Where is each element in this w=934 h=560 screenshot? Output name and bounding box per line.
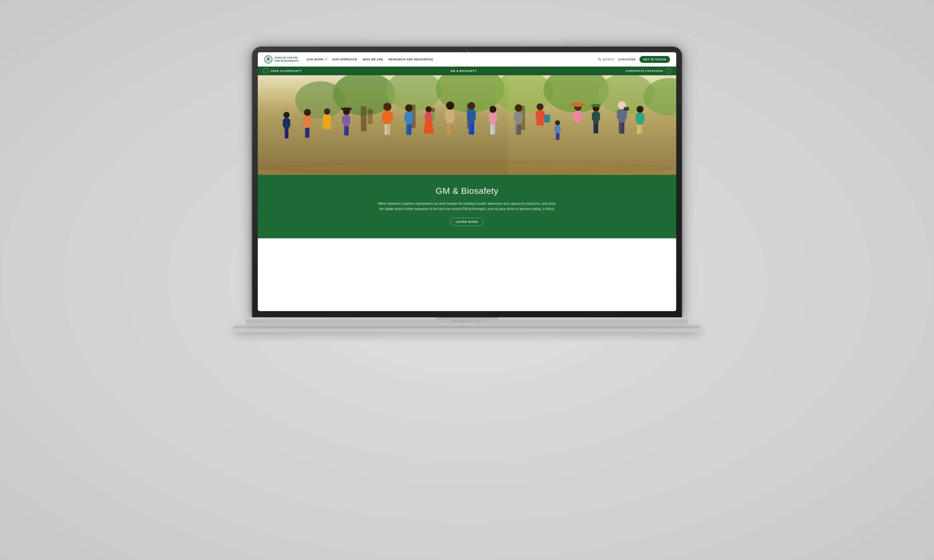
svg-rect-35 [323, 116, 325, 123]
svg-point-120 [367, 109, 373, 114]
svg-point-122 [430, 107, 435, 112]
site-logo[interactable]: AFRICAN CENTRE FOR BIODIVERSITY [264, 55, 299, 64]
svg-rect-69 [473, 111, 476, 120]
svg-rect-31 [308, 117, 311, 125]
svg-rect-47 [390, 112, 393, 121]
crowd-scene-svg [258, 75, 676, 175]
svg-rect-71 [471, 123, 474, 135]
laptop-foot [233, 326, 701, 332]
dropdown-arrow-icon: ▾ [325, 58, 327, 61]
svg-rect-63 [452, 111, 455, 120]
search-icon [598, 58, 601, 61]
prev-arrow-icon[interactable]: ‹ [263, 68, 268, 74]
svg-rect-30 [303, 117, 305, 125]
sub-nav-next-label[interactable]: CORPORATE EXPANSION [626, 69, 663, 72]
svg-rect-65 [450, 123, 453, 135]
svg-rect-49 [387, 124, 390, 135]
svg-point-72 [489, 106, 496, 112]
svg-rect-53 [410, 113, 413, 121]
learn-more-button[interactable]: LEARN MORE [450, 218, 484, 226]
sub-nav-next[interactable]: CORPORATE EXPANSION › [626, 68, 671, 74]
svg-point-50 [405, 104, 413, 112]
svg-rect-40 [342, 116, 345, 123]
svg-rect-52 [404, 113, 407, 121]
svg-rect-123 [431, 112, 435, 121]
svg-rect-55 [408, 125, 411, 135]
svg-rect-46 [382, 112, 385, 121]
svg-rect-121 [368, 114, 373, 124]
sub-nav-current-label: GM & BIOSAFETY [450, 69, 477, 72]
svg-point-34 [324, 108, 330, 114]
hero-image [258, 75, 676, 175]
get-in-touch-button[interactable]: GET IN TOUCH [640, 56, 670, 63]
svg-rect-36 [328, 116, 331, 123]
sub-navigation: ‹ SEED SOVEREIGNTY GM & BIOSAFETY CORPOR… [258, 66, 676, 75]
logo-icon [264, 55, 273, 64]
svg-rect-62 [445, 111, 448, 120]
svg-rect-41 [348, 116, 350, 123]
nav-link-our-work[interactable]: OUR WORK ▾ [307, 58, 327, 61]
laptop-base: MacBook Air [246, 317, 688, 326]
svg-point-38 [341, 107, 352, 111]
svg-rect-27 [286, 129, 288, 138]
svg-point-66 [468, 102, 475, 109]
nav-link-research-resources[interactable]: RESEARCH AND RESOURCES [388, 58, 433, 61]
svg-rect-17 [361, 106, 367, 131]
search-button[interactable]: SEARCH [598, 58, 614, 61]
svg-rect-43 [346, 126, 349, 135]
logo-text: AFRICAN CENTRE FOR BIODIVERSITY [274, 56, 299, 63]
laptop-camera [466, 49, 468, 52]
laptop-screen-bezel: AFRICAN CENTRE FOR BIODIVERSITY OUR WORK… [252, 47, 682, 317]
hero-content-section: GM & Biosafety Within networks of partne… [258, 175, 676, 238]
hero-title: GM & Biosafety [264, 186, 670, 196]
svg-rect-125 [507, 75, 676, 175]
svg-point-5 [598, 58, 600, 60]
svg-point-4 [268, 58, 269, 60]
svg-rect-75 [495, 114, 497, 122]
svg-rect-24 [283, 119, 285, 127]
hero-description: Within networks of partner organisations… [377, 201, 557, 212]
laptop-container: AFRICAN CENTRE FOR BIODIVERSITY OUR WORK… [125, 47, 809, 513]
macbook-label: MacBook Air [246, 317, 688, 324]
nav-link-who-we-are[interactable]: WHO WE ARE [363, 58, 383, 61]
nav-link-our-approach[interactable]: OUR APPROACH [332, 58, 357, 61]
sub-nav-prev-label[interactable]: SEED SOVEREIGNTY [271, 69, 302, 72]
navigation-bar: AFRICAN CENTRE FOR BIODIVERSITY OUR WORK… [258, 52, 676, 66]
svg-point-60 [446, 102, 454, 109]
nav-right-actions: SEARCH SUBSCRIBE GET IN TOUCH [598, 56, 670, 63]
svg-rect-33 [306, 128, 309, 138]
subscribe-button[interactable]: SUBSCRIBE [618, 58, 636, 61]
svg-rect-74 [489, 114, 491, 122]
svg-point-28 [304, 109, 311, 116]
laptop-screen: AFRICAN CENTRE FOR BIODIVERSITY OUR WORK… [258, 52, 676, 311]
svg-point-22 [283, 112, 290, 118]
svg-rect-58 [425, 114, 427, 119]
nav-links: OUR WORK ▾ OUR APPROACH WHO WE ARE RESEA… [307, 58, 598, 61]
svg-rect-68 [467, 111, 470, 120]
svg-rect-77 [492, 125, 495, 135]
svg-point-44 [383, 103, 391, 111]
svg-line-6 [600, 60, 601, 61]
next-arrow-icon[interactable]: › [666, 68, 671, 74]
sub-nav-prev[interactable]: ‹ SEED SOVEREIGNTY [263, 68, 302, 74]
svg-rect-25 [288, 119, 290, 127]
